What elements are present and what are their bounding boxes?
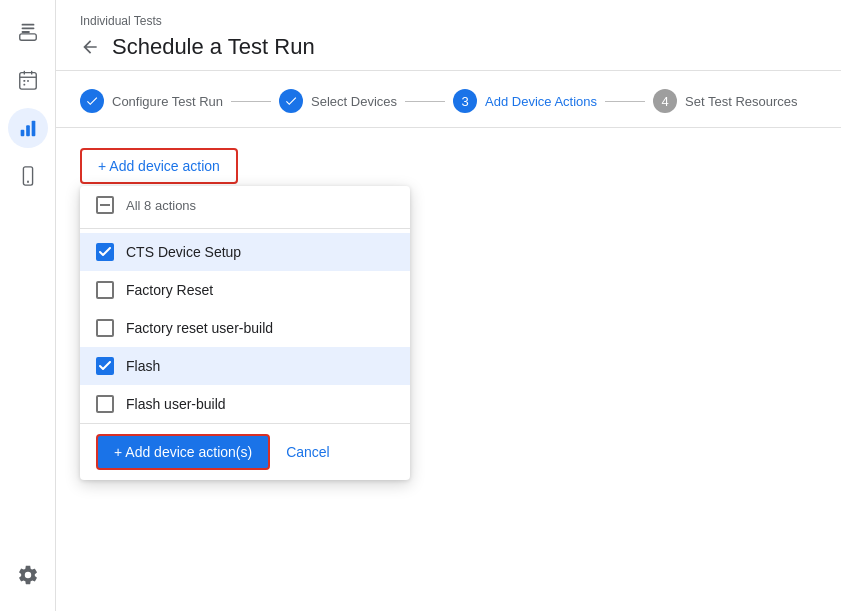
- svg-rect-3: [19, 34, 36, 40]
- svg-rect-2: [21, 31, 29, 33]
- step-4-circle: 4: [653, 89, 677, 113]
- checkbox-factory-reset: [96, 281, 114, 299]
- svg-rect-8: [23, 80, 25, 82]
- dropdown-list: All 8 actions CTS Device Setup Factory R…: [80, 186, 410, 423]
- dropdown-item-flash-user-build-label: Flash user-build: [126, 396, 226, 412]
- cancel-button[interactable]: Cancel: [282, 436, 334, 468]
- step-configure: Configure Test Run: [80, 89, 223, 113]
- svg-rect-13: [31, 121, 35, 137]
- checkbox-factory-reset-user-build: [96, 319, 114, 337]
- sidebar: [0, 0, 56, 611]
- page-header: Individual Tests Schedule a Test Run: [56, 0, 841, 71]
- dropdown-divider: [80, 228, 410, 229]
- sidebar-item-tests[interactable]: [8, 12, 48, 52]
- checkbox-flash-user-build: [96, 395, 114, 413]
- breadcrumb: Individual Tests: [80, 14, 817, 28]
- device-action-dropdown: All 8 actions CTS Device Setup Factory R…: [80, 186, 410, 480]
- step-3-label: Add Device Actions: [485, 94, 597, 109]
- sidebar-item-settings[interactable]: [8, 555, 48, 595]
- dropdown-item-all-label: All 8 actions: [126, 198, 196, 213]
- svg-rect-16: [100, 204, 110, 206]
- sidebar-item-schedule[interactable]: [8, 60, 48, 100]
- dropdown-item-flash[interactable]: Flash: [80, 347, 410, 385]
- main-content: Individual Tests Schedule a Test Run Con…: [56, 0, 841, 611]
- step-1-circle: [80, 89, 104, 113]
- page-title: Schedule a Test Run: [112, 34, 315, 60]
- dropdown-item-flash-user-build[interactable]: Flash user-build: [80, 385, 410, 423]
- dropdown-item-factory-reset-user-build-label: Factory reset user-build: [126, 320, 273, 336]
- dropdown-footer: + Add device action(s) Cancel: [80, 423, 410, 480]
- step-connector-2: [405, 101, 445, 102]
- checkbox-cts-device-setup: [96, 243, 114, 261]
- checkbox-flash: [96, 357, 114, 375]
- step-3-circle: 3: [453, 89, 477, 113]
- add-device-action-button[interactable]: + Add device action: [80, 148, 238, 184]
- step-set-test-resources: 4 Set Test Resources: [653, 89, 797, 113]
- dropdown-item-factory-reset-label: Factory Reset: [126, 282, 213, 298]
- svg-rect-1: [21, 27, 34, 29]
- back-button[interactable]: [80, 37, 100, 57]
- step-select-devices: Select Devices: [279, 89, 397, 113]
- step-2-circle: [279, 89, 303, 113]
- dropdown-item-flash-label: Flash: [126, 358, 160, 374]
- svg-rect-11: [20, 130, 24, 136]
- dropdown-item-all[interactable]: All 8 actions: [80, 186, 410, 224]
- svg-rect-12: [26, 125, 30, 136]
- dropdown-item-cts-device-setup[interactable]: CTS Device Setup: [80, 233, 410, 271]
- dropdown-item-factory-reset-user-build[interactable]: Factory reset user-build: [80, 309, 410, 347]
- sidebar-item-reports[interactable]: [8, 108, 48, 148]
- content-area: + Add device action All 8 actions C: [56, 128, 841, 611]
- stepper: Configure Test Run Select Devices 3 Add …: [56, 71, 841, 128]
- add-device-actions-button[interactable]: + Add device action(s): [96, 434, 270, 470]
- checkbox-all: [96, 196, 114, 214]
- svg-rect-0: [21, 24, 34, 26]
- dropdown-item-cts-label: CTS Device Setup: [126, 244, 241, 260]
- step-connector-1: [231, 101, 271, 102]
- step-connector-3: [605, 101, 645, 102]
- step-1-label: Configure Test Run: [112, 94, 223, 109]
- step-add-device-actions: 3 Add Device Actions: [453, 89, 597, 113]
- step-4-label: Set Test Resources: [685, 94, 797, 109]
- dropdown-item-factory-reset[interactable]: Factory Reset: [80, 271, 410, 309]
- sidebar-item-devices[interactable]: [8, 156, 48, 196]
- svg-rect-9: [27, 80, 29, 82]
- step-2-label: Select Devices: [311, 94, 397, 109]
- svg-rect-10: [23, 84, 25, 86]
